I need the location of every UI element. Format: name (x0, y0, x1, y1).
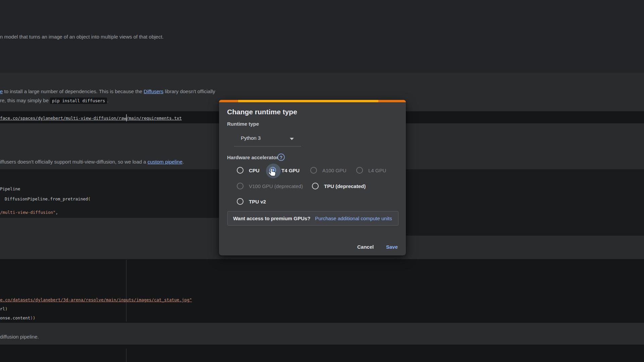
radio-label-t4-gpu: T4 GPU (281, 168, 300, 173)
radio-option-cpu[interactable]: CPU (237, 163, 260, 178)
premium-gpu-banner: Want access to premium GPUs? Purchase ad… (227, 211, 398, 226)
runtime-type-label: Runtime type (227, 121, 259, 127)
close-paren-yellow: ) (5, 306, 8, 311)
runtime-type-value: Python 3 (241, 135, 261, 141)
response-content-text: onse.content (0, 315, 30, 320)
radio-circle-t4-gpu[interactable] (269, 167, 276, 174)
radio-label-l4-gpu: L4 GPU (368, 168, 386, 173)
markdown-text-bottom: diffusion pipeline. (0, 334, 39, 340)
radio-circle-tpu-deprecated[interactable] (312, 183, 319, 189)
runtime-type-select[interactable]: Python 3 (234, 132, 301, 146)
premium-banner-text: Want access to premium GPUs? (233, 216, 310, 221)
cell-divider-line-bottom (126, 349, 126, 362)
pipeline-import-text: Pipeline (0, 186, 20, 191)
radio-circle-v100-gpu (237, 183, 244, 189)
paragraph-custom-pipeline: iffusers doesn't officially support mult… (0, 159, 184, 165)
code-cell-pipeline-right-extension (406, 218, 644, 236)
chevron-down-icon (290, 138, 294, 140)
radio-circle-tpu-v2[interactable] (237, 198, 244, 205)
radio-option-a100-gpu: A100 GPU (310, 163, 346, 178)
cell-divider-line (126, 260, 126, 321)
hardware-accelerator-label: Hardware accelerator (227, 155, 278, 160)
paragraph-pip-text-b: . (107, 98, 108, 103)
radio-label-tpu-deprecated: TPU (deprecated) (324, 183, 366, 189)
paragraph-dependencies-text-b: library doesn't officially (163, 88, 215, 94)
radio-label-v100-gpu: V100 GPU (deprecated) (249, 183, 303, 189)
paragraph-pip-text-a: re, this may simply be (0, 98, 50, 103)
paragraph-custom-text-b: . (182, 159, 184, 165)
radio-label-cpu: CPU (249, 168, 260, 173)
dialog-title: Change runtime type (227, 108, 297, 116)
save-button[interactable]: Save (383, 242, 400, 251)
radio-option-tpu-deprecated[interactable]: TPU (deprecated) (312, 179, 366, 193)
radio-selected-dot (271, 169, 274, 172)
code-line-image-url: e.co/datasets/dylanebert/3d-arena/resolv… (0, 297, 192, 303)
diffusers-link[interactable]: Diffusers (144, 88, 163, 94)
radio-label-a100-gpu: A100 GPU (322, 168, 346, 173)
radio-option-tpu-v2[interactable]: TPU v2 (237, 194, 266, 209)
purchase-compute-units-link[interactable]: Purchase additional compute units (315, 216, 392, 221)
paragraph-dependencies: e to install a large number of dependenc… (0, 88, 215, 95)
code-line-from-pretrained: DiffusionPipeline.from_pretrained( (5, 196, 91, 202)
radio-circle-cpu[interactable] (237, 167, 244, 174)
text-caret (126, 114, 127, 121)
code-cell-bottom (0, 345, 644, 362)
inline-code-pip-install: pip install diffusers (50, 98, 107, 104)
paragraph-pip-install: re, this may simply be pip install diffu… (0, 97, 108, 104)
code-line-pipeline-import: Pipeline (0, 186, 20, 192)
requirements-url-text: face.co/spaces/dylanebert/multi-view-dif… (0, 116, 182, 121)
code-line-requirements-url: face.co/spaces/dylanebert/multi-view-dif… (0, 115, 182, 122)
text-cell-band-4 (0, 323, 644, 345)
radio-label-tpu-v2: TPU v2 (249, 199, 266, 204)
paragraph-dependencies-text-a: to install a large number of dependencie… (3, 88, 144, 94)
help-icon[interactable]: ? (277, 154, 285, 161)
code-line-url-call: rl) (0, 306, 8, 312)
radio-circle-l4-gpu (356, 167, 363, 174)
radio-option-l4-gpu: L4 GPU (356, 163, 386, 178)
cancel-button[interactable]: Cancel (355, 242, 376, 251)
comma: , (56, 210, 58, 215)
open-paren: ( (88, 196, 91, 201)
colab-notebook-screen: n model that turns an image of an object… (0, 0, 644, 362)
url-call-text: rl (0, 306, 5, 311)
close-paren-yellow-2: ) (33, 315, 36, 320)
code-cell-image-download (0, 259, 644, 323)
code-line-response-content: onse.content)) (0, 315, 35, 321)
from-pretrained-text: DiffusionPipeline.from_pretrained (5, 196, 88, 201)
indeterminate-progress-bar (219, 100, 406, 102)
radio-option-v100-gpu: V100 GPU (deprecated) (237, 179, 303, 193)
progress-bar-fill (238, 100, 378, 102)
close-paren-purple: ) (30, 315, 33, 320)
radio-circle-a100-gpu (310, 167, 317, 174)
paragraph-custom-text-a: iffusers doesn't officially support mult… (0, 159, 148, 165)
custom-pipeline-link[interactable]: custom pipeline (148, 159, 182, 165)
radio-option-t4-gpu[interactable]: T4 GPU (269, 163, 300, 178)
markdown-text-bottom-line: diffusion pipeline. (0, 334, 39, 340)
change-runtime-type-dialog: Change runtime type Runtime type Python … (219, 100, 406, 255)
model-string-text: /multi-view-diffusion" (0, 210, 56, 215)
markdown-text-top-line: n model that turns an image of an object… (0, 34, 164, 40)
image-url-string: e.co/datasets/dylanebert/3d-arena/resolv… (0, 297, 192, 302)
markdown-text-top: n model that turns an image of an object… (0, 34, 164, 40)
code-line-model-string: /multi-view-diffusion", (0, 209, 58, 216)
